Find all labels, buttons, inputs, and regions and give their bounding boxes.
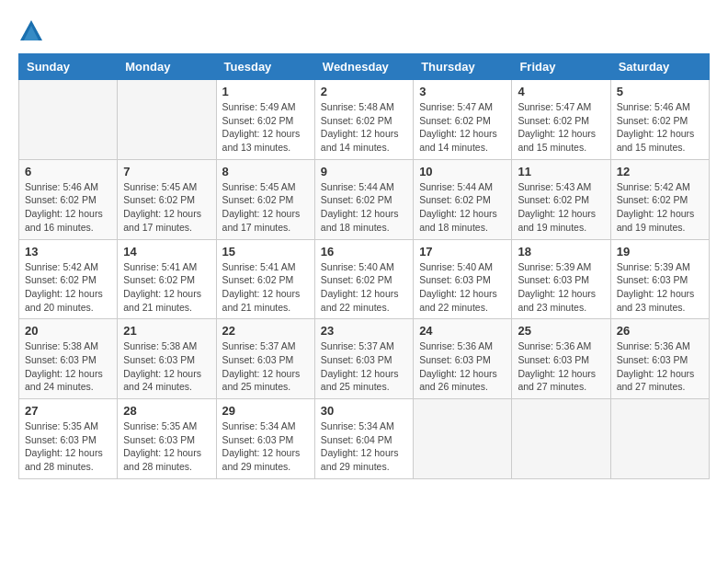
weekday-header-friday: Friday — [512, 54, 610, 80]
calendar-cell — [118, 80, 216, 160]
weekday-header-tuesday: Tuesday — [216, 54, 314, 80]
calendar-cell: 21Sunrise: 5:38 AM Sunset: 6:03 PM Dayli… — [118, 319, 216, 399]
calendar-cell: 22Sunrise: 5:37 AM Sunset: 6:03 PM Dayli… — [216, 319, 314, 399]
calendar-header: SundayMondayTuesdayWednesdayThursdayFrid… — [19, 54, 710, 80]
calendar-cell: 25Sunrise: 5:36 AM Sunset: 6:03 PM Dayli… — [512, 319, 610, 399]
day-number: 1 — [222, 85, 309, 98]
calendar-cell: 26Sunrise: 5:36 AM Sunset: 6:03 PM Dayli… — [610, 319, 709, 399]
day-info: Sunrise: 5:37 AM Sunset: 6:03 PM Dayligh… — [321, 339, 407, 394]
calendar-cell: 10Sunrise: 5:44 AM Sunset: 6:02 PM Dayli… — [414, 159, 512, 239]
day-info: Sunrise: 5:41 AM Sunset: 6:02 PM Dayligh… — [123, 260, 210, 315]
day-number: 18 — [518, 245, 604, 259]
day-info: Sunrise: 5:46 AM Sunset: 6:02 PM Dayligh… — [617, 100, 703, 155]
day-info: Sunrise: 5:47 AM Sunset: 6:02 PM Dayligh… — [419, 100, 506, 155]
day-number: 20 — [25, 324, 111, 338]
day-number: 16 — [321, 245, 407, 259]
calendar-cell: 30Sunrise: 5:34 AM Sunset: 6:04 PM Dayli… — [314, 399, 413, 479]
day-info: Sunrise: 5:39 AM Sunset: 6:03 PM Dayligh… — [617, 260, 703, 315]
calendar-week-2: 6Sunrise: 5:46 AM Sunset: 6:02 PM Daylig… — [19, 159, 710, 239]
calendar-cell: 12Sunrise: 5:42 AM Sunset: 6:02 PM Dayli… — [610, 159, 709, 239]
calendar-cell: 4Sunrise: 5:47 AM Sunset: 6:02 PM Daylig… — [512, 80, 610, 160]
calendar-table: SundayMondayTuesdayWednesdayThursdayFrid… — [18, 53, 710, 479]
day-info: Sunrise: 5:35 AM Sunset: 6:03 PM Dayligh… — [123, 419, 210, 474]
calendar-week-4: 20Sunrise: 5:38 AM Sunset: 6:03 PM Dayli… — [19, 319, 710, 399]
day-info: Sunrise: 5:38 AM Sunset: 6:03 PM Dayligh… — [123, 339, 210, 394]
day-info: Sunrise: 5:35 AM Sunset: 6:03 PM Dayligh… — [25, 419, 111, 474]
day-number: 28 — [123, 404, 210, 418]
day-info: Sunrise: 5:37 AM Sunset: 6:03 PM Dayligh… — [222, 339, 309, 394]
day-info: Sunrise: 5:46 AM Sunset: 6:02 PM Dayligh… — [25, 180, 111, 235]
day-number: 11 — [518, 165, 604, 178]
day-info: Sunrise: 5:43 AM Sunset: 6:02 PM Dayligh… — [518, 180, 604, 235]
day-info: Sunrise: 5:36 AM Sunset: 6:03 PM Dayligh… — [419, 339, 506, 394]
calendar-cell — [19, 80, 118, 160]
calendar-cell: 8Sunrise: 5:45 AM Sunset: 6:02 PM Daylig… — [216, 159, 314, 239]
day-number: 23 — [321, 324, 407, 338]
day-info: Sunrise: 5:36 AM Sunset: 6:03 PM Dayligh… — [518, 339, 604, 394]
weekday-header-saturday: Saturday — [610, 54, 709, 80]
calendar-cell — [512, 399, 610, 479]
day-number: 8 — [222, 165, 309, 178]
calendar-cell: 3Sunrise: 5:47 AM Sunset: 6:02 PM Daylig… — [414, 80, 512, 160]
day-number: 22 — [222, 324, 309, 338]
calendar-cell: 28Sunrise: 5:35 AM Sunset: 6:03 PM Dayli… — [118, 399, 216, 479]
calendar-cell: 27Sunrise: 5:35 AM Sunset: 6:03 PM Dayli… — [19, 399, 118, 479]
calendar-cell: 18Sunrise: 5:39 AM Sunset: 6:03 PM Dayli… — [512, 239, 610, 319]
day-info: Sunrise: 5:49 AM Sunset: 6:02 PM Dayligh… — [222, 100, 309, 155]
calendar-cell: 15Sunrise: 5:41 AM Sunset: 6:02 PM Dayli… — [216, 239, 314, 319]
calendar-cell: 20Sunrise: 5:38 AM Sunset: 6:03 PM Dayli… — [19, 319, 118, 399]
day-number: 14 — [123, 245, 210, 259]
day-info: Sunrise: 5:45 AM Sunset: 6:02 PM Dayligh… — [222, 180, 309, 235]
day-info: Sunrise: 5:44 AM Sunset: 6:02 PM Dayligh… — [419, 180, 506, 235]
calendar-cell: 9Sunrise: 5:44 AM Sunset: 6:02 PM Daylig… — [314, 159, 413, 239]
calendar-cell: 6Sunrise: 5:46 AM Sunset: 6:02 PM Daylig… — [19, 159, 118, 239]
day-info: Sunrise: 5:40 AM Sunset: 6:03 PM Dayligh… — [419, 260, 506, 315]
day-info: Sunrise: 5:38 AM Sunset: 6:03 PM Dayligh… — [25, 339, 111, 394]
calendar-cell: 7Sunrise: 5:45 AM Sunset: 6:02 PM Daylig… — [118, 159, 216, 239]
day-number: 7 — [123, 165, 210, 178]
day-number: 21 — [123, 324, 210, 338]
day-info: Sunrise: 5:39 AM Sunset: 6:03 PM Dayligh… — [518, 260, 604, 315]
calendar-cell — [610, 399, 709, 479]
day-number: 3 — [419, 85, 506, 98]
day-number: 19 — [617, 245, 703, 259]
weekday-header-wednesday: Wednesday — [314, 54, 413, 80]
calendar-cell: 19Sunrise: 5:39 AM Sunset: 6:03 PM Dayli… — [610, 239, 709, 319]
day-info: Sunrise: 5:36 AM Sunset: 6:03 PM Dayligh… — [617, 339, 703, 394]
day-number: 25 — [518, 324, 604, 338]
calendar-cell: 1Sunrise: 5:49 AM Sunset: 6:02 PM Daylig… — [216, 80, 314, 160]
day-number: 2 — [321, 85, 407, 98]
calendar-cell: 23Sunrise: 5:37 AM Sunset: 6:03 PM Dayli… — [314, 319, 413, 399]
weekday-header-thursday: Thursday — [414, 54, 512, 80]
page-header — [18, 18, 710, 44]
weekday-header-row: SundayMondayTuesdayWednesdayThursdayFrid… — [19, 54, 710, 80]
day-info: Sunrise: 5:47 AM Sunset: 6:02 PM Dayligh… — [518, 100, 604, 155]
day-number: 5 — [617, 85, 703, 98]
day-number: 13 — [25, 245, 111, 259]
calendar-cell: 24Sunrise: 5:36 AM Sunset: 6:03 PM Dayli… — [414, 319, 512, 399]
logo — [18, 18, 48, 44]
day-number: 15 — [222, 245, 309, 259]
calendar-cell: 29Sunrise: 5:34 AM Sunset: 6:03 PM Dayli… — [216, 399, 314, 479]
day-info: Sunrise: 5:41 AM Sunset: 6:02 PM Dayligh… — [222, 260, 309, 315]
weekday-header-monday: Monday — [118, 54, 216, 80]
calendar-cell: 2Sunrise: 5:48 AM Sunset: 6:02 PM Daylig… — [314, 80, 413, 160]
day-number: 4 — [518, 85, 604, 98]
calendar-cell: 16Sunrise: 5:40 AM Sunset: 6:02 PM Dayli… — [314, 239, 413, 319]
day-info: Sunrise: 5:48 AM Sunset: 6:02 PM Dayligh… — [321, 100, 407, 155]
day-number: 17 — [419, 245, 506, 259]
logo-icon — [18, 18, 44, 44]
day-number: 27 — [25, 404, 111, 418]
calendar-cell: 13Sunrise: 5:42 AM Sunset: 6:02 PM Dayli… — [19, 239, 118, 319]
day-number: 26 — [617, 324, 703, 338]
calendar-cell — [414, 399, 512, 479]
day-number: 24 — [419, 324, 506, 338]
calendar-week-5: 27Sunrise: 5:35 AM Sunset: 6:03 PM Dayli… — [19, 399, 710, 479]
day-number: 9 — [321, 165, 407, 178]
weekday-header-sunday: Sunday — [19, 54, 118, 80]
calendar-body: 1Sunrise: 5:49 AM Sunset: 6:02 PM Daylig… — [19, 80, 710, 479]
day-info: Sunrise: 5:34 AM Sunset: 6:03 PM Dayligh… — [222, 419, 309, 474]
day-info: Sunrise: 5:45 AM Sunset: 6:02 PM Dayligh… — [123, 180, 210, 235]
day-info: Sunrise: 5:34 AM Sunset: 6:04 PM Dayligh… — [321, 419, 407, 474]
day-info: Sunrise: 5:42 AM Sunset: 6:02 PM Dayligh… — [617, 180, 703, 235]
